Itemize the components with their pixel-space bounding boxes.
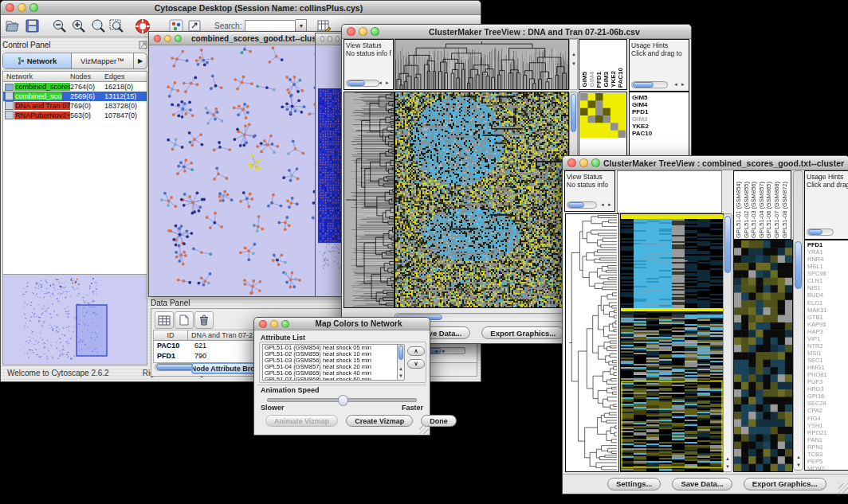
treeview-button[interactable]: Export Graphics...	[744, 478, 826, 490]
dialog-button[interactable]: Create Vizmap	[346, 415, 413, 427]
gene-label[interactable]: GIM5	[632, 94, 689, 101]
close-icon[interactable]	[6, 3, 14, 12]
gene-label[interactable]: KAP95	[807, 321, 848, 328]
network-row[interactable]: RNAPuberNov2+ 563(0) 107847(0)	[3, 111, 147, 120]
gene-label[interactable]: MSI1	[807, 350, 848, 357]
gene-label[interactable]: YRA1	[807, 248, 848, 256]
gene-label[interactable]: YSH1	[807, 422, 848, 429]
column-label[interactable]: GPL51-08 (GSM872)	[781, 182, 789, 238]
gene-label[interactable]: MAK31	[807, 307, 848, 314]
treeview2-vscrollbar-2[interactable]: ▲ ▼	[793, 170, 803, 471]
network-row[interactable]: combined_scores 2764(0) 16218(0)	[3, 82, 147, 92]
network-list-header[interactable]: Network Nodes Edges	[3, 72, 147, 82]
gene-label[interactable]: CPA2	[807, 407, 848, 414]
scroll-right-icon[interactable]: ►	[607, 201, 612, 208]
zoom-in-icon[interactable]	[69, 17, 88, 36]
tab-vizmapper[interactable]: VizMapper™	[72, 53, 134, 68]
close-icon[interactable]	[567, 158, 576, 167]
scroll-up-icon[interactable]: ▲	[796, 454, 801, 460]
column-label[interactable]: GPL51-06 (GSM865)	[765, 182, 773, 238]
tab-overflow-arrow[interactable]: ▶	[134, 53, 147, 68]
minimize-icon[interactable]	[18, 3, 26, 12]
column-label[interactable]: GPL51-03 (GSM856)	[750, 182, 758, 238]
gene-label[interactable]: RPN1	[807, 443, 848, 451]
minimize-icon[interactable]	[328, 36, 332, 42]
gene-label[interactable]: NIS1	[807, 284, 848, 291]
view-status-scrollbar[interactable]	[567, 201, 597, 209]
scroll-up-icon[interactable]: ▲	[725, 455, 730, 462]
gene-label[interactable]: ELG1	[807, 299, 848, 307]
birdseye-view[interactable]	[2, 274, 147, 365]
gene-label[interactable]: PAN1	[807, 436, 848, 443]
network-row[interactable]: combined_sco 2569(6) 13112(15)	[3, 92, 147, 101]
network-canvas[interactable]	[149, 45, 341, 295]
gene-label[interactable]: MON2	[807, 465, 848, 471]
gene-label[interactable]: PHO81	[807, 371, 848, 378]
usage-hints-scrollbar[interactable]	[807, 229, 834, 236]
zoom-window-icon[interactable]	[371, 27, 379, 36]
column-label[interactable]: GPL51-04 (GSM857)	[758, 182, 766, 238]
slider-thumb[interactable]	[338, 395, 348, 406]
close-icon[interactable]	[347, 27, 355, 36]
gene-label[interactable]: GPI16	[807, 393, 848, 400]
treeview2-zoom-heatmap[interactable]	[733, 240, 793, 472]
treeview2-global-heatmap[interactable]	[620, 213, 724, 472]
zoom-out-icon[interactable]	[50, 17, 69, 36]
col-network[interactable]: Network	[3, 72, 70, 81]
column-label[interactable]: PFD1	[595, 72, 603, 88]
table-view-icon[interactable]	[155, 311, 174, 329]
gene-label[interactable]: NTR2	[807, 342, 848, 350]
tab-network[interactable]: Network	[3, 53, 72, 68]
zoom-selected-icon[interactable]	[88, 17, 108, 36]
close-icon[interactable]	[259, 320, 267, 328]
minimize-icon[interactable]	[164, 35, 171, 42]
scroll-right-icon[interactable]: ►	[442, 348, 446, 354]
animation-slider[interactable]	[267, 398, 417, 402]
move-down-button[interactable]: ∨	[407, 359, 425, 369]
gene-label[interactable]: CLN1	[807, 277, 848, 284]
delete-attribute-icon[interactable]	[194, 311, 214, 329]
treeview-button[interactable]: Settings...	[607, 478, 661, 490]
gene-label[interactable]: HAP3	[807, 328, 848, 335]
gene-label[interactable]: SEC1	[807, 357, 848, 364]
minimize-icon[interactable]	[359, 27, 367, 36]
gene-label[interactable]: PFD1	[632, 108, 689, 115]
zoom-window-icon[interactable]	[336, 36, 340, 42]
gene-label[interactable]: PAC10	[632, 130, 689, 137]
network-row[interactable]: DNA and Tran 07 769(0) 183728(0)	[3, 101, 147, 111]
gene-label[interactable]: PUF3	[807, 378, 848, 385]
gene-label[interactable]: RPO21	[807, 429, 848, 436]
zoom-window-icon[interactable]	[29, 3, 38, 12]
scroll-up-icon[interactable]: ▲	[571, 51, 576, 57]
column-label[interactable]: GPL51-01 (GSM854)	[735, 182, 743, 238]
gene-label[interactable]: GTB1	[807, 314, 848, 321]
zoom-window-icon[interactable]	[175, 35, 182, 42]
treeview2-row-dendrogram[interactable]	[565, 213, 619, 472]
scroll-left-icon[interactable]: ◄	[600, 201, 605, 208]
col-nodes[interactable]: Nodes	[70, 72, 104, 81]
gene-label[interactable]: HMG1	[807, 364, 848, 371]
view-status-scrollbar[interactable]	[346, 80, 379, 87]
minimize-icon[interactable]	[579, 158, 588, 167]
move-up-button[interactable]: ∧	[407, 346, 425, 356]
zoom-window-icon[interactable]	[281, 320, 289, 328]
scroll-left-icon[interactable]: ◄	[378, 80, 383, 86]
gene-label[interactable]: SPC98	[807, 270, 848, 277]
column-label[interactable]: GIM4	[588, 72, 595, 88]
gene-label[interactable]: PEP5	[807, 458, 848, 465]
scroll-down-icon[interactable]: ▼	[571, 61, 576, 67]
main-titlebar[interactable]: Cytoscape Desktop (Session Name: collins…	[1, 1, 481, 15]
column-label[interactable]: GPL51-02 (GSM855)	[743, 182, 751, 238]
scroll-left-icon[interactable]: ◄	[434, 348, 438, 354]
new-attribute-icon[interactable]	[175, 311, 194, 329]
gene-label[interactable]: RNR4	[807, 256, 848, 263]
gene-label[interactable]: MSL1	[807, 263, 848, 270]
column-label[interactable]: PAC10	[617, 68, 624, 88]
gene-label[interactable]: SEC24	[807, 400, 848, 407]
zoom-window-icon[interactable]	[591, 158, 600, 167]
gene-label[interactable]: BUD4	[807, 291, 848, 299]
scroll-down-icon[interactable]: ▼	[725, 463, 730, 470]
scroll-right-icon[interactable]: ►	[681, 81, 685, 88]
treeview-button[interactable]: Save Data...	[672, 478, 732, 490]
minimize-icon[interactable]	[270, 320, 278, 328]
